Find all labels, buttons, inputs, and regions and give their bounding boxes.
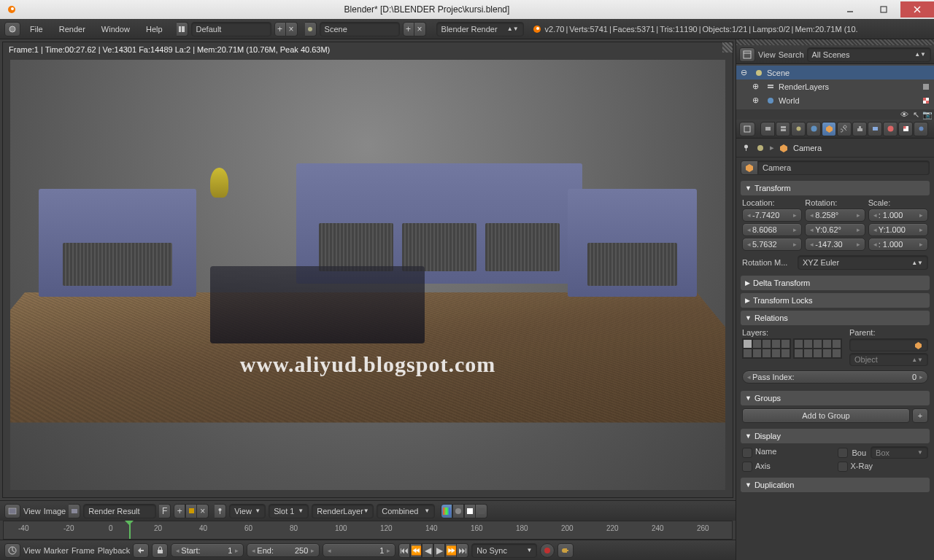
texture-icon[interactable]: [921, 96, 931, 106]
play-icon[interactable]: ▶: [433, 543, 445, 558]
tab-physics-icon[interactable]: [914, 122, 928, 136]
rotation-mode-dropdown[interactable]: XYZ Euler▲▼: [798, 255, 928, 270]
img-menu-view[interactable]: View: [23, 507, 41, 516]
tree-item-renderlayers[interactable]: ⊕RenderLayers: [736, 79, 934, 93]
scene-crumb-icon[interactable]: [755, 143, 765, 153]
timeline-ruler[interactable]: -40-200204060801001201401601802002202402…: [3, 521, 733, 540]
pin-icon[interactable]: [741, 143, 751, 153]
outliner-menu-search[interactable]: Search: [779, 50, 804, 59]
lock-range-icon[interactable]: [152, 543, 168, 558]
image-datablock[interactable]: Render Result: [83, 504, 156, 518]
loc-y-field[interactable]: ◂8.6068▸: [742, 223, 802, 236]
pin-icon[interactable]: [215, 504, 226, 518]
pass-index-field[interactable]: ◂Pass Index:0▸: [742, 370, 928, 384]
image-browse-icon[interactable]: [69, 504, 80, 518]
scene-icon[interactable]: [305, 22, 317, 36]
editor-type-icon[interactable]: [4, 22, 20, 36]
menu-window[interactable]: Window: [95, 22, 136, 36]
scale-x-field[interactable]: ◂: 1.000▸: [868, 209, 928, 222]
panel-groups-header[interactable]: ▼Groups: [741, 391, 930, 405]
editor-type-outliner-icon[interactable]: [739, 47, 755, 62]
tab-render-icon[interactable]: [760, 122, 775, 136]
view-dropdown[interactable]: View▼: [229, 504, 266, 518]
menu-render[interactable]: Render: [53, 22, 92, 36]
tab-scene-icon[interactable]: [791, 122, 806, 136]
minimize-button[interactable]: [833, 1, 867, 18]
layout-del-button[interactable]: ×: [286, 22, 298, 36]
jump-start-icon[interactable]: ⏮: [398, 543, 410, 558]
keyframe-next-icon[interactable]: ⏩: [445, 543, 457, 558]
eye-icon[interactable]: 👁: [899, 109, 909, 120]
fake-user-button[interactable]: F: [159, 504, 171, 518]
editor-type-image-icon[interactable]: [4, 504, 20, 518]
scene-dropdown[interactable]: Scene: [320, 22, 400, 36]
close-button[interactable]: [900, 1, 934, 18]
panel-delta-header[interactable]: ▶Delta Transform: [741, 276, 930, 290]
pass-dropdown[interactable]: Combined▼: [377, 504, 435, 518]
engine-dropdown[interactable]: Blender Render▲▼: [436, 22, 524, 36]
render-restrict-icon[interactable]: 📷: [922, 109, 933, 120]
tab-texture-icon[interactable]: [898, 122, 913, 136]
add-to-group-button[interactable]: Add to Group: [742, 408, 910, 423]
layout-icon[interactable]: [177, 22, 188, 36]
object-type-icon[interactable]: [741, 160, 758, 175]
bounds-type-dropdown[interactable]: Box▼: [871, 446, 928, 459]
tab-object-icon[interactable]: [822, 122, 836, 136]
area-corner-grip[interactable]: [722, 42, 733, 52]
display-name-checkbox[interactable]: [742, 448, 752, 458]
panel-display-header[interactable]: ▼Display: [741, 429, 930, 443]
image-new-button[interactable]: +: [174, 504, 185, 518]
rot-x-field[interactable]: ◂8.258°▸: [805, 209, 865, 222]
timeline-cursor[interactable]: [129, 521, 131, 539]
display-xray-checkbox[interactable]: [838, 462, 848, 472]
jump-end-icon[interactable]: ⏭: [457, 543, 468, 558]
slot-dropdown[interactable]: Slot 1▼: [269, 504, 309, 518]
tab-constraints-icon[interactable]: [837, 122, 852, 136]
end-frame-field[interactable]: ◂End:250▸: [247, 543, 320, 557]
keying-set-icon[interactable]: [557, 543, 574, 558]
current-frame-field[interactable]: ◂1▸: [323, 543, 395, 557]
tab-modifiers-icon[interactable]: [852, 122, 867, 136]
display-axis-checkbox[interactable]: [742, 462, 752, 472]
maximize-button[interactable]: [867, 1, 900, 18]
outliner-menu-view[interactable]: View: [758, 50, 776, 59]
outliner-tree[interactable]: ⊖Scene ⊕RenderLayers ⊕World ⊕Camera: [736, 64, 934, 109]
image-unlink-button[interactable]: ×: [197, 504, 209, 518]
tree-item-world[interactable]: ⊕World: [736, 93, 934, 107]
outliner-scope-dropdown[interactable]: All Scenes▲▼: [807, 47, 931, 62]
add-group-plus-button[interactable]: +: [912, 408, 928, 423]
parent-type-dropdown[interactable]: Object▲▼: [849, 353, 928, 366]
tab-data-icon[interactable]: [868, 122, 882, 136]
channel-z-icon[interactable]: [476, 504, 487, 518]
cursor-icon[interactable]: ↖: [911, 109, 921, 120]
loc-z-field[interactable]: ◂5.7632▸: [742, 238, 802, 251]
scene-del-button[interactable]: ×: [414, 22, 426, 36]
display-bounds-checkbox[interactable]: [838, 448, 848, 458]
menu-file[interactable]: File: [23, 22, 50, 36]
panel-relations-header[interactable]: ▼Relations: [741, 311, 930, 325]
channel-rgb-icon[interactable]: [452, 504, 464, 518]
channel-rgba-icon[interactable]: [441, 504, 452, 518]
layers-grid-b[interactable]: [793, 338, 842, 359]
sync-dropdown[interactable]: No Sync▼: [471, 543, 537, 558]
range-icon[interactable]: [133, 543, 149, 558]
area-splitter[interactable]: [736, 39, 934, 45]
play-reverse-icon[interactable]: ◀: [422, 543, 433, 558]
tl-menu-frame[interactable]: Frame: [72, 546, 95, 555]
scale-y-field[interactable]: ◂Y:1.000▸: [868, 223, 928, 236]
loc-x-field[interactable]: ◂-7.7420▸: [742, 209, 802, 222]
autokey-record-button[interactable]: [540, 543, 555, 558]
tl-menu-playback[interactable]: Playback: [98, 546, 131, 555]
keyframe-prev-icon[interactable]: ⏪: [410, 543, 422, 558]
layout-add-button[interactable]: +: [274, 22, 286, 36]
channel-alpha-icon[interactable]: [464, 504, 476, 518]
tab-renderlayers-icon[interactable]: [776, 122, 790, 136]
editor-type-props-icon[interactable]: [739, 122, 755, 136]
tab-world-icon[interactable]: [806, 122, 821, 136]
object-name-field[interactable]: Camera: [758, 160, 930, 175]
editor-type-timeline-icon[interactable]: [4, 543, 20, 558]
tl-menu-marker[interactable]: Marker: [44, 546, 69, 555]
panel-duplication-header[interactable]: ▼Duplication: [741, 478, 930, 492]
tl-menu-view[interactable]: View: [23, 546, 41, 555]
image-editor-viewport[interactable]: Frame:1 | Time:00:27.62 | Ve:14301 Fa:14…: [2, 42, 733, 498]
